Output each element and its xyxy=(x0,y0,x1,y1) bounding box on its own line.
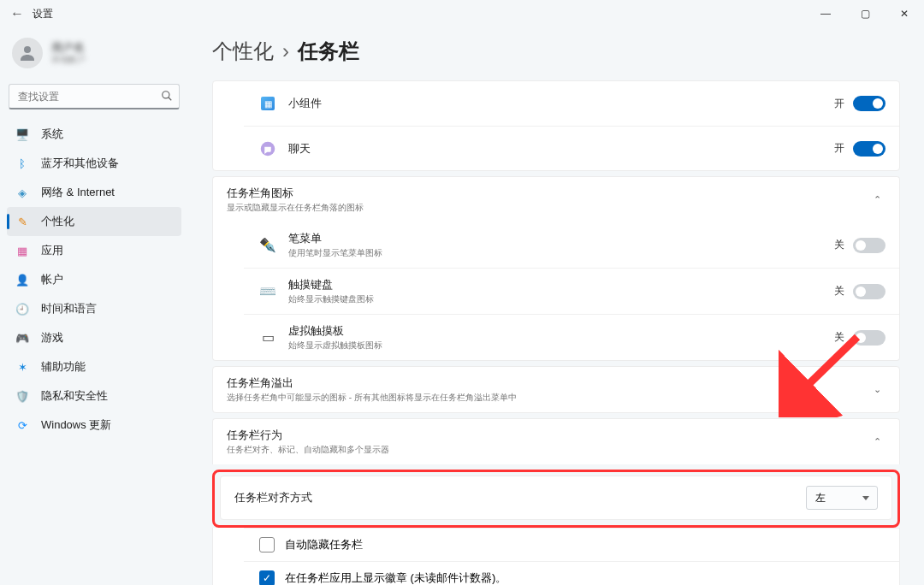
profile-sub: 本地帐户 xyxy=(51,55,86,65)
widgets-state: 开 xyxy=(834,97,844,111)
alignment-select[interactable]: 左 xyxy=(806,486,878,510)
touchpad-sub: 始终显示虚拟触摸板图标 xyxy=(288,340,834,352)
nav-icon: ✶ xyxy=(15,360,29,374)
touchpad-title: 虚拟触摸板 xyxy=(288,323,834,339)
corner-icons-title: 任务栏角图标 xyxy=(227,186,863,201)
widgets-row[interactable]: ▦ 小组件 开 xyxy=(244,81,899,126)
corner-item-pen[interactable]: ✒️笔菜单使用笔时显示笔菜单图标关 xyxy=(244,222,899,268)
badges-checkbox[interactable]: ✓ xyxy=(259,570,275,585)
minimize-button[interactable]: — xyxy=(806,0,845,27)
touchkb-state: 关 xyxy=(834,284,844,298)
nav-label: 应用 xyxy=(41,243,63,258)
nav-label: 游戏 xyxy=(41,330,63,346)
search-input[interactable] xyxy=(9,84,180,109)
title-bar: ← 设置 — ▢ ✕ xyxy=(0,0,924,27)
behaviors-header[interactable]: 任务栏行为 任务栏对齐、标记、自动隐藏和多个显示器 ⌃ xyxy=(212,418,900,464)
nav-icon: 👤 xyxy=(15,273,29,287)
search-icon xyxy=(161,90,173,105)
chat-row[interactable]: 聊天 开 xyxy=(244,126,899,170)
breadcrumb-parent[interactable]: 个性化 xyxy=(212,38,274,65)
nav-item-4[interactable]: ▦应用 xyxy=(7,236,181,265)
nav-icon: ᛒ xyxy=(15,157,29,170)
nav-label: 帐户 xyxy=(41,272,63,287)
chevron-up-icon: ⌃ xyxy=(868,436,886,447)
nav-item-10[interactable]: ⟳Windows 更新 xyxy=(7,411,181,440)
nav-label: 蓝牙和其他设备 xyxy=(41,156,119,171)
nav-label: 隐私和安全性 xyxy=(41,388,108,404)
nav-icon: ◈ xyxy=(15,186,29,199)
behaviors-sub: 任务栏对齐、标记、自动隐藏和多个显示器 xyxy=(227,444,863,456)
svg-point-1 xyxy=(163,92,169,98)
corner-item-touchkb[interactable]: ⌨️触摸键盘始终显示触摸键盘图标关 xyxy=(244,268,899,314)
nav-item-7[interactable]: 🎮游戏 xyxy=(7,323,181,352)
nav-label: 个性化 xyxy=(41,214,74,229)
maximize-button[interactable]: ▢ xyxy=(845,0,885,27)
back-button[interactable]: ← xyxy=(7,6,27,21)
widgets-toggle[interactable] xyxy=(853,96,886,111)
nav-icon: 🖥️ xyxy=(15,127,29,141)
touchkb-title: 触摸键盘 xyxy=(288,277,834,292)
chevron-up-icon: ⌃ xyxy=(868,194,886,205)
breadcrumb-sep: › xyxy=(282,39,289,63)
pen-sub: 使用笔时显示笔菜单图标 xyxy=(288,247,834,259)
avatar-icon xyxy=(12,38,43,68)
badges-row[interactable]: ✓ 在任务栏应用上显示徽章 (未读邮件计数器)。 xyxy=(244,561,899,585)
nav-item-8[interactable]: ✶辅助功能 xyxy=(7,352,181,381)
profile-block[interactable]: 用户名 本地帐户 xyxy=(7,31,181,80)
alignment-highlight: 任务栏对齐方式 左 xyxy=(212,470,900,528)
corner-item-touchpad[interactable]: ▭虚拟触摸板始终显示虚拟触摸板图标关 xyxy=(244,314,899,360)
nav-icon: ✎ xyxy=(15,215,29,228)
nav-label: 时间和语言 xyxy=(41,301,97,316)
touchkb-icon: ⌨️ xyxy=(259,283,276,299)
chat-toggle[interactable] xyxy=(853,141,886,157)
nav-label: 系统 xyxy=(41,127,63,142)
profile-name: 用户名 xyxy=(51,41,86,55)
nav-icon: 🛡️ xyxy=(15,389,29,403)
chat-label: 聊天 xyxy=(288,141,834,157)
nav-icon: 🎮 xyxy=(15,331,29,345)
nav-list: 🖥️系统ᛒ蓝牙和其他设备◈网络 & Internet✎个性化▦应用👤帐户🕘时间和… xyxy=(7,120,181,440)
overflow-title: 任务栏角溢出 xyxy=(227,375,863,391)
behaviors-title: 任务栏行为 xyxy=(227,428,863,443)
pen-title: 笔菜单 xyxy=(288,231,834,246)
nav-item-2[interactable]: ◈网络 & Internet xyxy=(7,178,181,207)
nav-item-5[interactable]: 👤帐户 xyxy=(7,265,181,294)
touchkb-sub: 始终显示触摸键盘图标 xyxy=(288,293,834,305)
nav-icon: 🕘 xyxy=(15,302,29,316)
corner-icons-body: ✒️笔菜单使用笔时显示笔菜单图标关⌨️触摸键盘始终显示触摸键盘图标关▭虚拟触摸板… xyxy=(212,222,900,361)
main-content: 个性化 › 任务栏 ▦ 小组件 开 聊天 开 xyxy=(188,27,924,585)
overflow-header[interactable]: 任务栏角溢出 选择任务栏角中可能显示的图标 - 所有其他图标将显示在任务栏角溢出… xyxy=(212,366,900,413)
breadcrumb-current: 任务栏 xyxy=(298,38,359,65)
widgets-label: 小组件 xyxy=(288,96,834,111)
pen-icon: ✒️ xyxy=(259,237,276,253)
nav-label: Windows 更新 xyxy=(41,417,111,433)
window-controls: — ▢ ✕ xyxy=(806,0,924,27)
alignment-row: 任务栏对齐方式 左 xyxy=(220,476,892,520)
nav-item-3[interactable]: ✎个性化 xyxy=(7,207,181,236)
window-title: 设置 xyxy=(33,7,53,21)
autohide-label: 自动隐藏任务栏 xyxy=(285,537,363,552)
nav-item-1[interactable]: ᛒ蓝牙和其他设备 xyxy=(7,149,181,178)
corner-icons-header[interactable]: 任务栏角图标 显示或隐藏显示在任务栏角落的图标 ⌃ xyxy=(212,176,900,222)
breadcrumb: 个性化 › 任务栏 xyxy=(212,38,900,65)
chevron-down-icon: ⌄ xyxy=(868,384,886,395)
touchkb-toggle[interactable] xyxy=(853,284,886,299)
touchpad-toggle[interactable] xyxy=(853,330,886,346)
nav-icon: ⟳ xyxy=(15,418,29,432)
autohide-checkbox[interactable] xyxy=(259,537,275,552)
pen-toggle[interactable] xyxy=(853,238,886,253)
nav-icon: ▦ xyxy=(15,244,29,257)
nav-item-0[interactable]: 🖥️系统 xyxy=(7,120,181,149)
widgets-icon: ▦ xyxy=(259,97,276,110)
search-box[interactable] xyxy=(9,84,180,109)
behaviors-body: 自动隐藏任务栏 ✓ 在任务栏应用上显示徽章 (未读邮件计数器)。 在所有显示器上… xyxy=(212,528,900,585)
autohide-row[interactable]: 自动隐藏任务栏 xyxy=(244,528,899,561)
close-button[interactable]: ✕ xyxy=(885,0,924,27)
touchpad-state: 关 xyxy=(834,330,844,345)
overflow-sub: 选择任务栏角中可能显示的图标 - 所有其他图标将显示在任务栏角溢出菜单中 xyxy=(227,392,863,404)
taskbar-items-card: ▦ 小组件 开 聊天 开 xyxy=(212,80,900,171)
corner-icons-sub: 显示或隐藏显示在任务栏角落的图标 xyxy=(227,202,863,214)
nav-item-6[interactable]: 🕘时间和语言 xyxy=(7,294,181,323)
nav-item-9[interactable]: 🛡️隐私和安全性 xyxy=(7,381,181,411)
alignment-label: 任务栏对齐方式 xyxy=(234,490,806,505)
